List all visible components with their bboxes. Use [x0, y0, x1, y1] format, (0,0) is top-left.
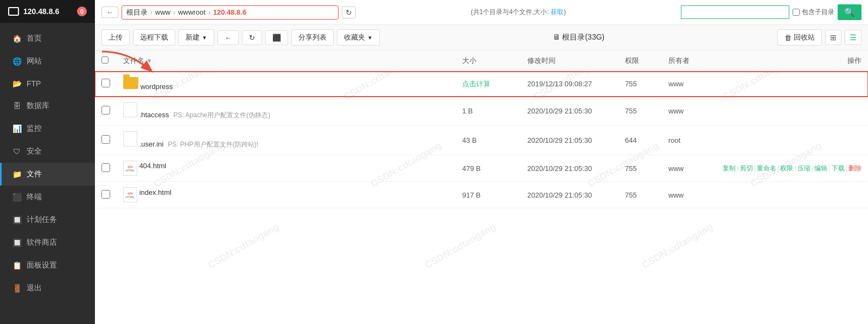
- row-checkbox-2[interactable]: [101, 135, 110, 144]
- breadcrumb-current[interactable]: 120.48.8.6: [213, 8, 246, 16]
- breadcrumb-www[interactable]: www: [155, 8, 170, 16]
- share-list-button[interactable]: 分享列表: [291, 29, 334, 46]
- view-grid-button[interactable]: ⊞: [825, 30, 841, 45]
- action-下载-3[interactable]: 下载: [832, 164, 845, 172]
- back-button[interactable]: ←: [101, 7, 118, 18]
- new-dropdown-arrow: ▼: [202, 35, 207, 41]
- file-size-2: 43 B: [456, 126, 521, 155]
- action-编辑-3[interactable]: 编辑: [814, 164, 827, 172]
- toolbar-terminal-button[interactable]: ⬛: [265, 30, 288, 45]
- toolbar-right: 🗑 回收站 ⊞ ☰: [777, 29, 861, 46]
- sidebar: 120.48.8.6 0 🏠首页🌐网站📂FTP🗄数据库📊监控🛡安全📁文件⬛终端🔲…: [0, 0, 95, 324]
- col-size: 大小: [456, 50, 521, 72]
- file-table-wrap: CSDN:cdtaogang CSDN:cdtaogang CSDN:cdtao…: [95, 50, 868, 324]
- action-复制-3[interactable]: 复制: [723, 164, 736, 172]
- file-icon: [123, 131, 137, 147]
- file-name-3[interactable]: 404.html: [139, 162, 167, 170]
- sidebar-item-security[interactable]: 🛡安全: [0, 140, 95, 163]
- file-name-2[interactable]: .user.ini: [139, 140, 164, 148]
- sidebar-item-ftp[interactable]: 📂FTP: [0, 73, 95, 94]
- file-name-0[interactable]: wordpress: [141, 82, 173, 91]
- file-perm-0: 755: [618, 72, 662, 97]
- new-button[interactable]: 新建 ▼: [178, 29, 214, 46]
- search-button[interactable]: 🔍: [838, 4, 861, 20]
- fetch-size-link[interactable]: 获取: [551, 8, 564, 16]
- sidebar-label-database: 数据库: [27, 101, 49, 111]
- action-压缩-3[interactable]: 压缩: [797, 164, 810, 172]
- breadcrumb-root[interactable]: 根目录: [126, 8, 148, 17]
- file-actions-4: [716, 182, 868, 208]
- sidebar-label-panel: 面板设置: [27, 261, 57, 270]
- file-size-3: 479 B: [456, 155, 521, 182]
- include-subdir-label: 包含子目录: [793, 8, 834, 17]
- sidebar-item-appstore[interactable]: 🔲软件商店: [0, 231, 95, 254]
- search-input[interactable]: [681, 5, 789, 19]
- security-icon: 🛡: [12, 147, 21, 156]
- main-content: ← 根目录 › www › wwwroot › 120.48.8.6 ↻ (共1…: [95, 0, 868, 324]
- select-all-checkbox[interactable]: [101, 56, 108, 63]
- toolbar-root-title: 🖥 根目录(33G): [553, 33, 605, 42]
- table-row: .user.iniPS: PHP用户配置文件(防跨站)!43 B2020/10/…: [95, 126, 868, 155]
- search-bar: 包含子目录 🔍: [681, 4, 861, 20]
- table-row: </>HTML 404.html479 B2020/10/29 21:05:30…: [95, 155, 868, 182]
- row-checkbox-3[interactable]: [101, 163, 110, 172]
- action-删除-3[interactable]: 删除: [848, 164, 861, 172]
- favorites-button[interactable]: 收藏夹 ▼: [337, 29, 380, 46]
- calc-size-0[interactable]: 点击计算: [462, 80, 490, 88]
- folder-icon: [123, 77, 138, 89]
- action-剪切-3[interactable]: 剪切: [740, 164, 753, 172]
- html-icon: </>HTML: [123, 187, 137, 202]
- sidebar-item-panel[interactable]: 📋面板设置: [0, 254, 95, 277]
- sidebar-label-terminal: 终端: [27, 192, 42, 202]
- col-perm: 权限: [618, 50, 662, 72]
- file-desc: PS: PHP用户配置文件(防跨站)!: [168, 141, 258, 148]
- files-icon: 📁: [12, 170, 21, 179]
- sidebar-item-home[interactable]: 🏠首页: [0, 27, 95, 50]
- sidebar-item-logout[interactable]: 🚪退出: [0, 277, 95, 300]
- sidebar-item-website[interactable]: 🌐网站: [0, 50, 95, 73]
- sidebar-label-monitor: 监控: [27, 124, 42, 134]
- file-owner-2: root: [662, 126, 716, 155]
- row-checkbox-1[interactable]: [101, 106, 110, 115]
- table-row: </>HTML index.html917 B2020/10/29 21:05:…: [95, 182, 868, 208]
- remote-download-button[interactable]: 远程下载: [133, 29, 175, 46]
- file-count-info: (共1个目录与4个文件,大小: 获取): [359, 8, 678, 17]
- refresh-button[interactable]: ↻: [342, 7, 356, 18]
- file-actions-1: [716, 97, 868, 126]
- file-name-1[interactable]: .htaccess: [139, 111, 169, 119]
- col-owner: 所有者: [662, 50, 716, 72]
- view-list-button[interactable]: ☰: [845, 30, 861, 45]
- sidebar-nav: 🏠首页🌐网站📂FTP🗄数据库📊监控🛡安全📁文件⬛终端🔲计划任务🔲软件商店📋面板设…: [0, 23, 95, 324]
- sidebar-item-database[interactable]: 🗄数据库: [0, 94, 95, 117]
- file-owner-1: www: [662, 97, 716, 126]
- sidebar-label-files: 文件: [27, 169, 42, 179]
- file-size-4: 917 B: [456, 182, 521, 208]
- sidebar-item-files[interactable]: 📁文件: [0, 163, 95, 186]
- action-权限-3[interactable]: 权限: [780, 164, 793, 172]
- toolbar: 上传 远程下载 新建 ▼ ← ↻ ⬛ 分享列表 收藏夹 ▼ 🖥 根目录(33G)…: [95, 25, 868, 50]
- breadcrumb-bar: ← 根目录 › www › wwwroot › 120.48.8.6 ↻ (共1…: [95, 0, 868, 25]
- table-row: .htaccessPS: Apache用户配置文件(伪静态)1 B2020/10…: [95, 97, 868, 126]
- sidebar-header: 120.48.8.6 0: [0, 0, 95, 23]
- toolbar-back-button[interactable]: ←: [218, 30, 239, 45]
- row-checkbox-4[interactable]: [101, 190, 110, 199]
- file-date-4: 2020/10/29 21:05:30: [521, 182, 618, 208]
- row-checkbox-0[interactable]: [101, 79, 110, 87]
- sidebar-label-appstore: 软件商店: [27, 238, 57, 247]
- recycle-button[interactable]: 🗑 回收站: [777, 29, 822, 46]
- upload-button[interactable]: 上传: [101, 29, 130, 46]
- breadcrumb-wwwroot[interactable]: wwwroot: [178, 8, 206, 16]
- terminal-icon: ⬛: [12, 193, 21, 201]
- file-date-2: 2020/10/29 21:05:30: [521, 126, 618, 155]
- file-perm-2: 644: [618, 126, 662, 155]
- monitor-icon: 📊: [12, 124, 21, 133]
- sidebar-item-tasks[interactable]: 🔲计划任务: [0, 208, 95, 231]
- action-重命名-3[interactable]: 重命名: [757, 164, 776, 172]
- file-name-4[interactable]: index.html: [139, 188, 171, 196]
- include-subdir-checkbox[interactable]: [793, 9, 800, 16]
- tasks-icon: 🔲: [12, 215, 21, 224]
- sidebar-item-monitor[interactable]: 📊监控: [0, 117, 95, 140]
- sidebar-item-terminal[interactable]: ⬛终端: [0, 186, 95, 208]
- notification-badge: 0: [77, 7, 87, 16]
- toolbar-refresh-button[interactable]: ↻: [242, 30, 262, 45]
